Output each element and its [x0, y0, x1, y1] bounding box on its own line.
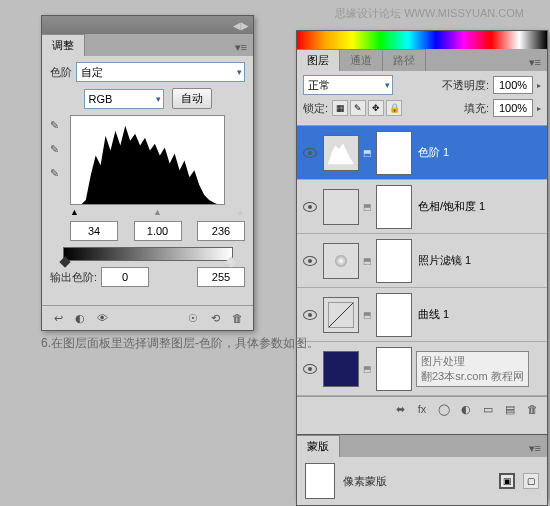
layer-row[interactable]: ⬒ 色阶 1 — [297, 126, 547, 180]
chevron-down-icon: ▾ — [237, 67, 242, 77]
return-icon[interactable]: ↩ — [50, 310, 66, 326]
eyedropper-white-icon[interactable]: ✎ — [50, 167, 66, 183]
trash-icon[interactable]: 🗑 — [229, 310, 245, 326]
chevron-down-icon: ▾ — [156, 94, 161, 104]
visibility-icon[interactable] — [303, 148, 317, 158]
panel-menu-icon[interactable]: ▾≡ — [523, 440, 547, 457]
mask-thumb[interactable] — [376, 131, 412, 175]
layer-thumb[interactable] — [323, 351, 359, 387]
visibility-icon[interactable] — [303, 202, 317, 212]
layers-tab-row: 图层 通道 路径 ▾≡ — [297, 49, 547, 71]
layer-name[interactable]: 色阶 1 — [416, 145, 543, 160]
layer-row[interactable]: ⬒ 照片滤镜 1 — [297, 234, 547, 288]
mask-thumb[interactable] — [376, 347, 412, 391]
clip-icon[interactable]: ◐ — [72, 310, 88, 326]
lock-transparency-icon[interactable]: ▦ — [332, 100, 348, 116]
output-black-field[interactable] — [101, 267, 149, 287]
output-white-field[interactable] — [197, 267, 245, 287]
opacity-label: 不透明度: — [442, 78, 489, 93]
eyedropper-gray-icon[interactable]: ✎ — [50, 143, 66, 159]
blend-mode-select[interactable]: 正常 ▾ — [303, 75, 393, 95]
layer-name[interactable]: 照片滤镜 1 — [416, 253, 543, 268]
visibility-icon[interactable] — [303, 310, 317, 320]
link-layers-icon[interactable]: ⬌ — [391, 401, 409, 417]
layer-row[interactable]: ⬒ 曲线 1 — [297, 288, 547, 342]
tab-masks[interactable]: 蒙版 — [297, 435, 340, 457]
tab-layers[interactable]: 图层 — [297, 49, 340, 71]
mask-thumb[interactable] — [376, 185, 412, 229]
panel-menu-icon[interactable]: ▾≡ — [229, 39, 253, 56]
input-white-field[interactable] — [197, 221, 245, 241]
visibility-icon[interactable] — [303, 256, 317, 266]
add-mask-icon[interactable]: ◯ — [435, 401, 453, 417]
lock-pixels-icon[interactable]: ✎ — [350, 100, 366, 116]
levels-type-label: 色阶 — [50, 65, 72, 80]
output-black-handle[interactable] — [59, 256, 70, 267]
tab-channels[interactable]: 通道 — [340, 49, 383, 71]
collapse-icon[interactable]: ◀▶ — [233, 20, 249, 31]
watermark-badge: 图片处理 翻23本sr.com 教程网 — [416, 351, 529, 387]
layer-row[interactable]: ⬒ 色相/饱和度 1 — [297, 180, 547, 234]
preset-select[interactable]: 自定 ▾ — [76, 62, 245, 82]
slider-white-icon[interactable]: ▲ — [236, 207, 245, 217]
lock-all-icon[interactable]: 🔒 — [386, 100, 402, 116]
output-gradient[interactable] — [63, 247, 233, 261]
adjustments-footer: ↩ ◐ 👁 ☉ ⟲ 🗑 — [42, 305, 253, 330]
chevron-down-icon: ▾ — [385, 80, 390, 90]
prev-state-icon[interactable]: ☉ — [185, 310, 201, 326]
mask-preview-thumb[interactable] — [305, 463, 335, 499]
vector-mask-icon[interactable]: ▢ — [523, 473, 539, 489]
fx-icon[interactable]: fx — [413, 401, 431, 417]
masks-panel: 蒙版 ▾≡ 像素蒙版 ▣ ▢ — [296, 434, 548, 506]
tab-paths[interactable]: 路径 — [383, 49, 426, 71]
output-levels-label: 输出色阶: — [50, 270, 97, 285]
mask-thumb[interactable] — [376, 239, 412, 283]
layer-row[interactable]: ⬒ 图片处理 翻23本sr.com 教程网 — [297, 342, 547, 396]
opacity-field[interactable] — [493, 76, 533, 94]
blend-mode-value: 正常 — [308, 78, 330, 93]
adjustment-thumb-hue[interactable] — [323, 189, 359, 225]
new-layer-icon[interactable]: ▤ — [501, 401, 519, 417]
layer-name[interactable]: 曲线 1 — [416, 307, 543, 322]
channel-select[interactable]: RGB ▾ — [84, 89, 164, 109]
histogram-display — [70, 115, 225, 205]
adjustment-thumb-levels[interactable] — [323, 135, 359, 171]
slider-black-icon[interactable]: ▲ — [70, 207, 79, 217]
input-black-field[interactable] — [70, 221, 118, 241]
panel-header[interactable]: ◀▶ — [42, 16, 253, 34]
adjustments-panel: ◀▶ 调整 ▾≡ 色阶 自定 ▾ RGB ▾ 自动 ✎ ✎ ✎ — [41, 15, 254, 331]
adjustment-thumb-curves[interactable] — [323, 297, 359, 333]
link-icon: ⬒ — [363, 364, 372, 374]
layers-footer: ⬌ fx ◯ ◐ ▭ ▤ 🗑 — [297, 396, 547, 421]
output-white-handle[interactable] — [225, 256, 236, 267]
svg-marker-0 — [81, 126, 219, 205]
pixel-mask-icon[interactable]: ▣ — [499, 473, 515, 489]
visibility-icon[interactable] — [303, 364, 317, 374]
mask-type-label: 像素蒙版 — [343, 474, 387, 489]
color-spectrum[interactable] — [297, 31, 547, 49]
adjustment-thumb-photofilter[interactable] — [323, 243, 359, 279]
trash-icon[interactable]: 🗑 — [523, 401, 541, 417]
svg-marker-1 — [328, 143, 354, 164]
eyedropper-black-icon[interactable]: ✎ — [50, 119, 66, 135]
tab-adjustments[interactable]: 调整 — [42, 34, 85, 56]
reset-icon[interactable]: ⟲ — [207, 310, 223, 326]
fill-flyout-icon[interactable]: ▸ — [537, 104, 541, 113]
auto-button[interactable]: 自动 — [172, 88, 212, 109]
input-gamma-field[interactable] — [134, 221, 182, 241]
fill-field[interactable] — [493, 99, 533, 117]
lock-position-icon[interactable]: ✥ — [368, 100, 384, 116]
slider-gray-icon[interactable]: ▲ — [153, 207, 162, 217]
link-icon: ⬒ — [363, 256, 372, 266]
masks-tab-row: 蒙版 ▾≡ — [297, 435, 547, 457]
link-icon: ⬒ — [363, 202, 372, 212]
watermark-text: 思缘设计论坛 WWW.MISSYUAN.COM — [335, 6, 524, 21]
tutorial-caption: 6.在图层面板里选择调整图层-色阶，具体参数如图。 — [41, 335, 319, 352]
group-icon[interactable]: ▭ — [479, 401, 497, 417]
panel-menu-icon[interactable]: ▾≡ — [523, 54, 547, 71]
layer-name[interactable]: 色相/饱和度 1 — [416, 199, 543, 214]
mask-thumb[interactable] — [376, 293, 412, 337]
adjustment-layer-icon[interactable]: ◐ — [457, 401, 475, 417]
view-icon[interactable]: 👁 — [94, 310, 110, 326]
opacity-flyout-icon[interactable]: ▸ — [537, 81, 541, 90]
